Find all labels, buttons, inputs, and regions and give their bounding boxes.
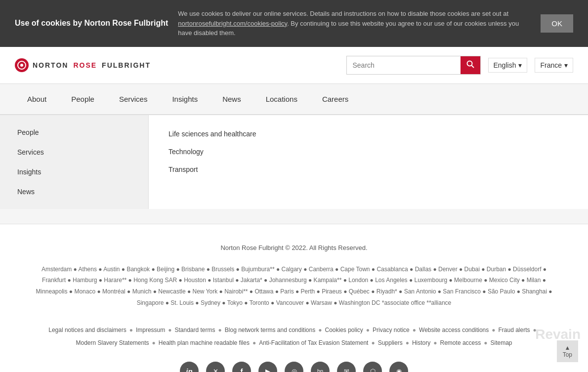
footer-link-slavery[interactable]: Modern Slavery Statements bbox=[76, 336, 149, 349]
footer-link-impressum[interactable]: Impressum bbox=[136, 324, 165, 336]
cookie-text: We use cookies to deliver our online ser… bbox=[178, 9, 531, 38]
country-selector[interactable]: France ▾ bbox=[535, 58, 573, 73]
nav-bar: About People Services Insights News Loca… bbox=[0, 84, 588, 115]
linkedin-icon[interactable]: in bbox=[180, 362, 199, 372]
cookie-banner: Use of cookies by Norton Rose Fulbright … bbox=[0, 0, 588, 47]
dropdown-left-services[interactable]: Services bbox=[0, 142, 148, 162]
nav-people[interactable]: People bbox=[59, 84, 107, 114]
back-to-top-arrow: ▲ bbox=[563, 344, 572, 351]
facebook-icon[interactable]: f bbox=[232, 362, 251, 372]
svg-point-2 bbox=[20, 64, 23, 67]
header: NORTON ROSE FULBRIGHT English ▾ France bbox=[0, 47, 588, 84]
logo: NORTON ROSE FULBRIGHT bbox=[15, 58, 151, 72]
footer-link-website-access[interactable]: Website access conditions bbox=[419, 324, 489, 336]
nav-about[interactable]: About bbox=[15, 84, 59, 114]
search-box bbox=[346, 56, 481, 75]
header-right: English ▾ France ▾ bbox=[346, 56, 574, 75]
search-input[interactable] bbox=[347, 57, 461, 73]
footer-link-tax-evasion[interactable]: Anti-Facilitation of Tax Evasion Stateme… bbox=[259, 336, 368, 349]
search-icon bbox=[466, 60, 474, 68]
language-chevron-icon: ▾ bbox=[518, 61, 522, 69]
nav-news[interactable]: News bbox=[210, 84, 253, 114]
language-selector[interactable]: English ▾ bbox=[488, 58, 528, 73]
footer-link-suppliers[interactable]: Suppliers bbox=[378, 336, 403, 349]
nav-services[interactable]: Services bbox=[107, 84, 160, 114]
footer-social: in ✕ f ▶ ◎ bn ✉ ⬡ ◉ bbox=[30, 362, 558, 372]
footer-link-health-plan[interactable]: Health plan machine readable files bbox=[159, 336, 250, 349]
footer-link-sitemap[interactable]: Sitemap bbox=[490, 336, 512, 349]
content-spacer bbox=[0, 209, 588, 224]
search-button[interactable] bbox=[461, 56, 480, 74]
dropdown-life-sciences[interactable]: Life sciences and healthcare bbox=[168, 125, 568, 143]
nav-careers[interactable]: Careers bbox=[310, 84, 361, 114]
dropdown-container: People Services Insights News Life scien… bbox=[0, 115, 588, 209]
footer-link-standard-terms[interactable]: Standard terms bbox=[174, 324, 215, 336]
dropdown-left-insights[interactable]: Insights bbox=[0, 162, 148, 182]
share-icon[interactable]: ⬡ bbox=[363, 362, 382, 372]
logo-rose: ROSE bbox=[73, 61, 97, 69]
nav-locations[interactable]: Locations bbox=[253, 84, 310, 114]
footer-link-blog-terms[interactable]: Blog network terms and conditions bbox=[225, 324, 315, 336]
instagram-icon[interactable]: ◎ bbox=[285, 362, 303, 372]
dropdown-technology[interactable]: Technology bbox=[168, 143, 568, 161]
footer-links: Legal notices and disclaimers ● Impressu… bbox=[30, 324, 558, 350]
twitter-icon[interactable]: ✕ bbox=[206, 362, 225, 372]
logo-area[interactable]: NORTON ROSE FULBRIGHT bbox=[15, 58, 151, 72]
country-label: France bbox=[540, 61, 562, 69]
cookie-link[interactable]: nortonrosefulbright.com/cookies-policy bbox=[178, 20, 287, 27]
dropdown-right-panel: Life sciences and healthcare Technology … bbox=[148, 115, 588, 209]
dropdown-left-people[interactable]: People bbox=[0, 123, 148, 142]
logo-fulbright: FULBRIGHT bbox=[102, 61, 151, 69]
logo-icon bbox=[15, 58, 29, 72]
back-to-top-label: Top bbox=[563, 351, 572, 358]
cookie-title: Use of cookies by Norton Rose Fulbright bbox=[15, 18, 168, 29]
footer-link-fraud[interactable]: Fraud alerts bbox=[498, 324, 530, 336]
back-to-top-button[interactable]: ▲ Top bbox=[557, 340, 578, 362]
cookie-ok-button[interactable]: OK bbox=[541, 14, 573, 33]
footer-link-history[interactable]: History bbox=[412, 336, 430, 349]
nav-insights[interactable]: Insights bbox=[160, 84, 210, 114]
rss-icon[interactable]: ◉ bbox=[389, 362, 408, 372]
svg-line-4 bbox=[471, 65, 474, 68]
country-chevron-icon: ▾ bbox=[564, 61, 568, 69]
footer-link-legal[interactable]: Legal notices and disclaimers bbox=[48, 324, 126, 336]
blog-icon[interactable]: bn bbox=[311, 362, 330, 372]
footer-cities: Amsterdam ● Athens ● Austin ● Bangkok ● … bbox=[30, 264, 558, 309]
footer-link-privacy[interactable]: Privacy notice bbox=[373, 324, 410, 336]
svg-point-3 bbox=[467, 61, 472, 66]
footer-link-remote[interactable]: Remote access bbox=[440, 336, 481, 349]
dropdown-transport[interactable]: Transport bbox=[168, 161, 568, 178]
footer-copyright: Norton Rose Fulbright © 2022. All Rights… bbox=[30, 244, 558, 251]
footer-link-cookies[interactable]: Cookies policy bbox=[325, 324, 363, 336]
email-icon[interactable]: ✉ bbox=[337, 362, 356, 372]
dropdown-left-panel: People Services Insights News bbox=[0, 115, 148, 209]
dropdown-left-news[interactable]: News bbox=[0, 182, 148, 202]
logo-norton: NORTON bbox=[33, 61, 68, 69]
language-label: English bbox=[494, 61, 516, 69]
youtube-icon[interactable]: ▶ bbox=[258, 362, 277, 372]
footer: Norton Rose Fulbright © 2022. All Rights… bbox=[0, 224, 588, 372]
